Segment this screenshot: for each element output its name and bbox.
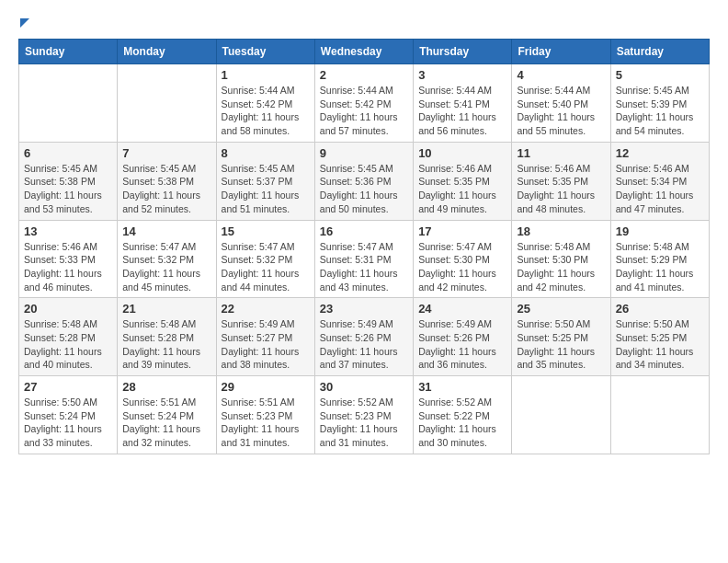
calendar-cell: 11Sunrise: 5:46 AMSunset: 5:35 PMDayligh… bbox=[512, 142, 610, 220]
day-number: 27 bbox=[24, 380, 112, 394]
day-detail: Sunrise: 5:48 AMSunset: 5:30 PMDaylight:… bbox=[517, 240, 605, 294]
day-detail: Sunrise: 5:48 AMSunset: 5:28 PMDaylight:… bbox=[122, 317, 210, 372]
day-number: 9 bbox=[320, 146, 408, 160]
calendar-cell: 28Sunrise: 5:51 AMSunset: 5:24 PMDayligh… bbox=[118, 376, 216, 454]
calendar-cell: 17Sunrise: 5:47 AMSunset: 5:30 PMDayligh… bbox=[414, 220, 512, 298]
calendar-cell: 26Sunrise: 5:50 AMSunset: 5:25 PMDayligh… bbox=[610, 298, 709, 376]
day-number: 3 bbox=[418, 68, 506, 82]
calendar-table: SundayMondayTuesdayWednesdayThursdayFrid… bbox=[18, 39, 710, 454]
calendar-cell: 16Sunrise: 5:47 AMSunset: 5:31 PMDayligh… bbox=[314, 220, 413, 298]
calendar-header-saturday: Saturday bbox=[610, 40, 709, 64]
calendar-cell: 25Sunrise: 5:50 AMSunset: 5:25 PMDayligh… bbox=[512, 298, 610, 376]
calendar-header-tuesday: Tuesday bbox=[216, 40, 314, 64]
day-number: 8 bbox=[222, 146, 310, 160]
day-detail: Sunrise: 5:45 AMSunset: 5:38 PMDaylight:… bbox=[24, 162, 112, 216]
day-number: 4 bbox=[517, 68, 605, 82]
day-detail: Sunrise: 5:46 AMSunset: 5:34 PMDaylight:… bbox=[616, 162, 704, 216]
day-number: 29 bbox=[222, 380, 310, 394]
calendar-header-sunday: Sunday bbox=[19, 40, 118, 64]
calendar-cell: 30Sunrise: 5:52 AMSunset: 5:23 PMDayligh… bbox=[314, 376, 413, 454]
day-number: 11 bbox=[517, 146, 605, 160]
day-detail: Sunrise: 5:45 AMSunset: 5:38 PMDaylight:… bbox=[122, 162, 210, 216]
day-number: 7 bbox=[122, 146, 210, 160]
day-number: 10 bbox=[418, 146, 506, 160]
calendar-cell: 9Sunrise: 5:45 AMSunset: 5:36 PMDaylight… bbox=[314, 142, 413, 220]
day-detail: Sunrise: 5:51 AMSunset: 5:23 PMDaylight:… bbox=[222, 396, 310, 450]
calendar-cell: 4Sunrise: 5:44 AMSunset: 5:40 PMDaylight… bbox=[512, 64, 610, 143]
calendar-cell bbox=[19, 64, 118, 143]
day-detail: Sunrise: 5:47 AMSunset: 5:31 PMDaylight:… bbox=[320, 240, 408, 294]
day-detail: Sunrise: 5:44 AMSunset: 5:41 PMDaylight:… bbox=[418, 84, 506, 138]
calendar-cell: 10Sunrise: 5:46 AMSunset: 5:35 PMDayligh… bbox=[414, 142, 512, 220]
day-number: 31 bbox=[418, 380, 506, 394]
day-detail: Sunrise: 5:48 AMSunset: 5:29 PMDaylight:… bbox=[616, 240, 704, 294]
day-detail: Sunrise: 5:44 AMSunset: 5:40 PMDaylight:… bbox=[517, 84, 605, 138]
calendar-cell: 21Sunrise: 5:48 AMSunset: 5:28 PMDayligh… bbox=[118, 298, 216, 376]
day-number: 28 bbox=[122, 380, 210, 394]
calendar-cell: 29Sunrise: 5:51 AMSunset: 5:23 PMDayligh… bbox=[216, 376, 314, 454]
day-number: 24 bbox=[418, 302, 506, 316]
calendar-week-5: 27Sunrise: 5:50 AMSunset: 5:24 PMDayligh… bbox=[19, 376, 710, 454]
day-number: 26 bbox=[616, 302, 704, 316]
calendar-cell: 13Sunrise: 5:46 AMSunset: 5:33 PMDayligh… bbox=[19, 220, 118, 298]
day-number: 16 bbox=[320, 224, 408, 238]
calendar-week-4: 20Sunrise: 5:48 AMSunset: 5:28 PMDayligh… bbox=[19, 298, 710, 376]
day-number: 23 bbox=[320, 302, 408, 316]
day-detail: Sunrise: 5:44 AMSunset: 5:42 PMDaylight:… bbox=[320, 84, 408, 138]
day-detail: Sunrise: 5:44 AMSunset: 5:42 PMDaylight:… bbox=[222, 84, 310, 138]
calendar-cell: 14Sunrise: 5:47 AMSunset: 5:32 PMDayligh… bbox=[118, 220, 216, 298]
day-detail: Sunrise: 5:45 AMSunset: 5:37 PMDaylight:… bbox=[222, 162, 310, 216]
calendar-cell bbox=[118, 64, 216, 143]
calendar-cell: 7Sunrise: 5:45 AMSunset: 5:38 PMDaylight… bbox=[118, 142, 216, 220]
day-number: 1 bbox=[222, 68, 310, 82]
day-number: 14 bbox=[122, 224, 210, 238]
day-number: 30 bbox=[320, 380, 408, 394]
day-detail: Sunrise: 5:49 AMSunset: 5:26 PMDaylight:… bbox=[418, 317, 506, 372]
day-detail: Sunrise: 5:52 AMSunset: 5:23 PMDaylight:… bbox=[320, 396, 408, 450]
day-number: 25 bbox=[517, 302, 605, 316]
day-detail: Sunrise: 5:50 AMSunset: 5:25 PMDaylight:… bbox=[517, 317, 605, 372]
day-detail: Sunrise: 5:46 AMSunset: 5:35 PMDaylight:… bbox=[517, 162, 605, 216]
calendar-cell bbox=[512, 376, 610, 454]
calendar-cell bbox=[610, 376, 709, 454]
calendar-header: SundayMondayTuesdayWednesdayThursdayFrid… bbox=[19, 40, 710, 64]
day-detail: Sunrise: 5:47 AMSunset: 5:32 PMDaylight:… bbox=[122, 240, 210, 294]
calendar-cell: 24Sunrise: 5:49 AMSunset: 5:26 PMDayligh… bbox=[414, 298, 512, 376]
calendar-week-1: 1Sunrise: 5:44 AMSunset: 5:42 PMDaylight… bbox=[19, 64, 710, 143]
day-detail: Sunrise: 5:47 AMSunset: 5:32 PMDaylight:… bbox=[222, 240, 310, 294]
day-number: 12 bbox=[616, 146, 704, 160]
calendar-cell: 12Sunrise: 5:46 AMSunset: 5:34 PMDayligh… bbox=[610, 142, 709, 220]
day-number: 19 bbox=[616, 224, 704, 238]
calendar-cell: 6Sunrise: 5:45 AMSunset: 5:38 PMDaylight… bbox=[19, 142, 118, 220]
day-number: 2 bbox=[320, 68, 408, 82]
day-detail: Sunrise: 5:46 AMSunset: 5:35 PMDaylight:… bbox=[418, 162, 506, 216]
day-number: 13 bbox=[24, 224, 112, 238]
calendar-header-thursday: Thursday bbox=[414, 40, 512, 64]
day-number: 5 bbox=[616, 68, 704, 82]
day-number: 15 bbox=[222, 224, 310, 238]
calendar-cell: 27Sunrise: 5:50 AMSunset: 5:24 PMDayligh… bbox=[19, 376, 118, 454]
calendar-cell: 20Sunrise: 5:48 AMSunset: 5:28 PMDayligh… bbox=[19, 298, 118, 376]
calendar-cell: 23Sunrise: 5:49 AMSunset: 5:26 PMDayligh… bbox=[314, 298, 413, 376]
calendar-week-2: 6Sunrise: 5:45 AMSunset: 5:38 PMDaylight… bbox=[19, 142, 710, 220]
day-number: 6 bbox=[24, 146, 112, 160]
day-number: 22 bbox=[222, 302, 310, 316]
calendar-cell: 22Sunrise: 5:49 AMSunset: 5:27 PMDayligh… bbox=[216, 298, 314, 376]
calendar-cell: 1Sunrise: 5:44 AMSunset: 5:42 PMDaylight… bbox=[216, 64, 314, 143]
calendar-cell: 3Sunrise: 5:44 AMSunset: 5:41 PMDaylight… bbox=[414, 64, 512, 143]
day-number: 18 bbox=[517, 224, 605, 238]
calendar-header-monday: Monday bbox=[118, 40, 216, 64]
day-detail: Sunrise: 5:46 AMSunset: 5:33 PMDaylight:… bbox=[24, 240, 112, 294]
day-detail: Sunrise: 5:48 AMSunset: 5:28 PMDaylight:… bbox=[24, 317, 112, 372]
day-detail: Sunrise: 5:49 AMSunset: 5:27 PMDaylight:… bbox=[222, 317, 310, 372]
day-detail: Sunrise: 5:45 AMSunset: 5:36 PMDaylight:… bbox=[320, 162, 408, 216]
day-number: 21 bbox=[122, 302, 210, 316]
logo bbox=[18, 18, 29, 31]
calendar-cell: 31Sunrise: 5:52 AMSunset: 5:22 PMDayligh… bbox=[414, 376, 512, 454]
calendar-header-wednesday: Wednesday bbox=[314, 40, 413, 64]
day-detail: Sunrise: 5:49 AMSunset: 5:26 PMDaylight:… bbox=[320, 317, 408, 372]
day-detail: Sunrise: 5:52 AMSunset: 5:22 PMDaylight:… bbox=[418, 396, 506, 450]
calendar-cell: 15Sunrise: 5:47 AMSunset: 5:32 PMDayligh… bbox=[216, 220, 314, 298]
calendar-cell: 5Sunrise: 5:45 AMSunset: 5:39 PMDaylight… bbox=[610, 64, 709, 143]
page-header bbox=[18, 18, 710, 31]
